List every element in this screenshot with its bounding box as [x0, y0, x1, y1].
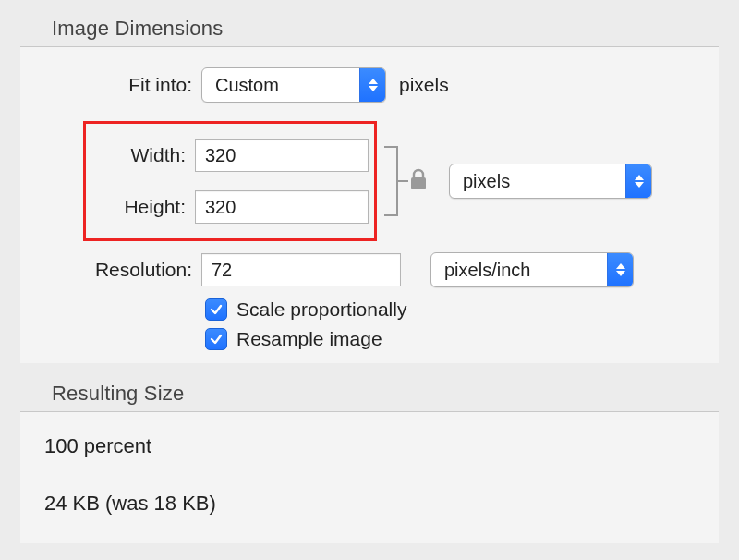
resulting-size-label: Resulting Size	[0, 382, 739, 411]
width-row: Width:	[91, 129, 369, 181]
svg-rect-0	[411, 177, 426, 189]
fit-into-label: Fit into:	[20, 74, 201, 96]
resolution-label: Resolution:	[20, 259, 201, 281]
resample-image-checkbox[interactable]	[205, 328, 227, 350]
fit-into-unit-label: pixels	[399, 74, 449, 96]
resolution-row: Resolution: pixels/inch	[20, 249, 709, 291]
dimension-unit-value: pixels	[450, 171, 521, 192]
highlight-rect: Width: Height:	[83, 121, 377, 241]
scale-proportionally-label: Scale proportionally	[236, 298, 406, 321]
result-percent: 100 percent	[44, 434, 709, 458]
width-label: Width:	[91, 144, 195, 166]
updown-icon	[359, 68, 385, 102]
updown-icon	[607, 253, 633, 286]
resample-image-label: Resample image	[236, 328, 382, 350]
lock-icon	[408, 167, 429, 196]
scale-proportionally-row: Scale proportionally	[205, 298, 709, 321]
fit-into-select[interactable]: Custom	[201, 67, 386, 103]
width-input[interactable]	[195, 139, 369, 172]
fit-into-value: Custom	[202, 75, 290, 96]
updown-icon	[625, 164, 651, 198]
resolution-unit-select[interactable]: pixels/inch	[430, 252, 634, 287]
result-size: 24 KB (was 18 KB)	[44, 492, 709, 516]
height-input[interactable]	[195, 190, 369, 224]
height-row: Height:	[91, 181, 369, 233]
image-dimensions-label: Image Dimensions	[0, 17, 739, 46]
resolution-unit-value: pixels/inch	[431, 260, 541, 281]
resulting-size-panel: 100 percent 24 KB (was 18 KB)	[20, 411, 719, 543]
dimension-unit-select[interactable]: pixels	[449, 164, 652, 199]
fit-into-row: Fit into: Custom pixels	[20, 64, 709, 106]
resolution-input[interactable]	[201, 253, 401, 286]
height-label: Height:	[91, 196, 195, 218]
resample-image-row: Resample image	[205, 328, 709, 350]
width-height-block: Width: Height: pixels	[83, 121, 709, 241]
scale-proportionally-checkbox[interactable]	[205, 298, 227, 321]
image-dimensions-panel: Fit into: Custom pixels Width: Height:	[20, 46, 719, 363]
